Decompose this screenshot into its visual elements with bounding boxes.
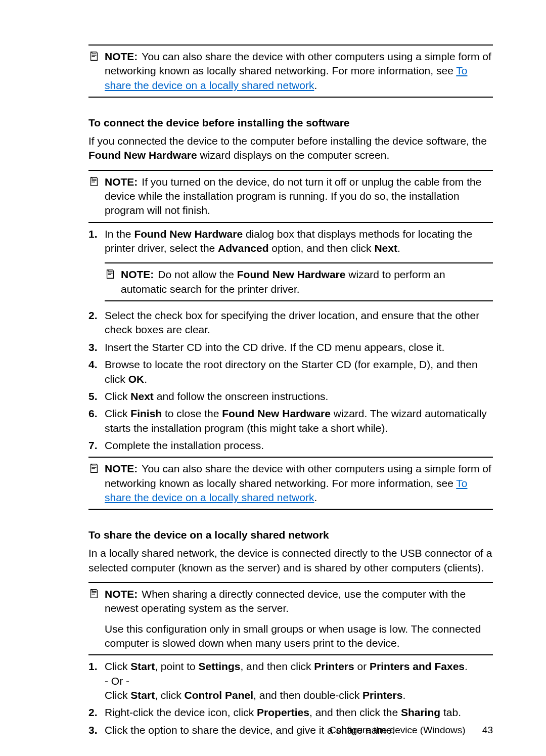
page-number: 43 (482, 725, 493, 735)
step-item: 2. Select the check box for specifying t… (88, 308, 493, 337)
note-block: NOTE:You can also share the device with … (88, 462, 493, 505)
divider (88, 509, 493, 510)
step-text: Click Finish to close the Found New Hard… (105, 407, 493, 435)
step-text: Complete the installation process. (105, 438, 493, 453)
step-item: 3. Insert the Starter CD into the CD dri… (88, 340, 493, 354)
step-text: Right-click the device icon, click Prope… (105, 705, 493, 720)
note-text: NOTE:You can also share the device with … (105, 50, 493, 93)
note-icon (88, 463, 100, 474)
step-item: 6. Click Finish to close the Found New H… (88, 407, 493, 435)
note-text: NOTE:When sharing a directly connected d… (105, 587, 493, 650)
note-icon (88, 588, 100, 599)
section-intro: In a locally shared network, the device … (88, 546, 493, 575)
divider (88, 45, 493, 46)
section-heading: To connect the device before installing … (88, 117, 493, 129)
divider (88, 582, 493, 583)
step-item: 2. Right-click the device icon, click Pr… (88, 705, 493, 720)
section-heading: To share the device on a locally shared … (88, 529, 493, 541)
step-item: 5. Click Next and follow the onscreen in… (88, 389, 493, 404)
note-text: NOTE:If you turned on the device, do not… (105, 175, 493, 218)
step-text: Click Start, point to Settings, and then… (105, 659, 493, 702)
divider (88, 654, 493, 655)
step-text: Insert the Starter CD into the CD drive.… (105, 340, 493, 354)
note-block: NOTE:When sharing a directly connected d… (88, 587, 493, 650)
divider (105, 300, 493, 301)
divider (88, 97, 493, 98)
divider (88, 170, 493, 171)
step-item: 4. Browse to locate the root directory o… (88, 358, 493, 386)
note-icon (88, 51, 100, 62)
footer-title: Configure the device (Windows) (329, 725, 465, 735)
step-item: 1. In the Found New Hardware dialog box … (88, 227, 493, 305)
step-item: 7. Complete the installation process. (88, 438, 493, 453)
note-block: NOTE:If you turned on the device, do not… (88, 175, 493, 218)
step-text: Select the check box for specifying the … (105, 308, 493, 337)
nested-note-block: NOTE:Do not allow the Found New Hardware… (105, 268, 493, 296)
step-text: Browse to locate the root directory on t… (105, 358, 493, 386)
note-text: NOTE:Do not allow the Found New Hardware… (121, 268, 493, 296)
note-icon (88, 176, 100, 187)
divider (105, 262, 493, 263)
step-text: In the Found New Hardware dialog box tha… (105, 227, 493, 256)
step-text: Click Next and follow the onscreen instr… (105, 389, 493, 404)
note-icon (105, 269, 116, 280)
divider (88, 457, 493, 458)
document-page: NOTE:You can also share the device with … (0, 0, 546, 737)
page-footer: Configure the device (Windows) 43 (329, 725, 493, 736)
note-text: NOTE:You can also share the device with … (105, 462, 493, 505)
divider (88, 222, 493, 223)
note-block: NOTE:You can also share the device with … (88, 50, 493, 93)
step-item: 1. Click Start, point to Settings, and t… (88, 659, 493, 702)
section-intro: If you connected the device to the compu… (88, 134, 493, 163)
steps-list: 1. In the Found New Hardware dialog box … (88, 227, 493, 453)
